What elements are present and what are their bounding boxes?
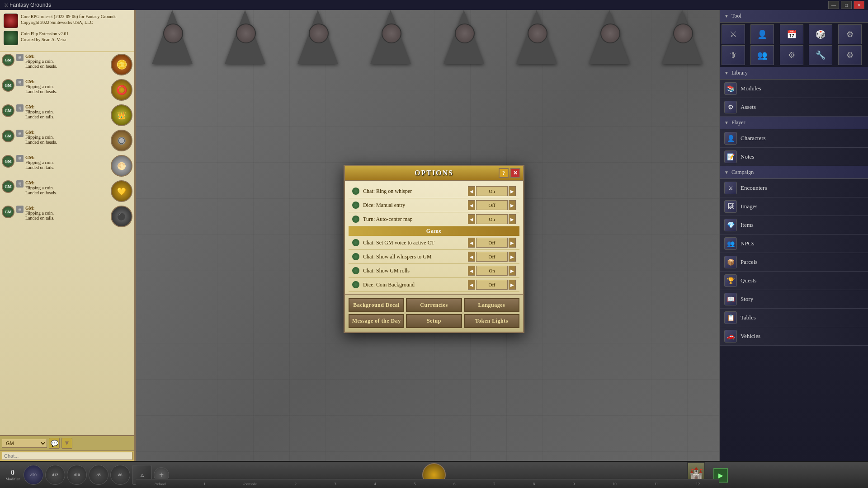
- tool-btn-people[interactable]: 👥: [750, 45, 774, 65]
- sidebar-item-modules[interactable]: 📚 Modules: [720, 80, 868, 98]
- ruler-mark-7: 7: [493, 482, 495, 486]
- msg-text-3: GM: Flipping a coin. Landed on tails.: [25, 104, 54, 119]
- chat-bubble-button[interactable]: 💬: [49, 438, 60, 449]
- quests-icon: 🏆: [724, 274, 737, 287]
- tool-btn-calendar[interactable]: 📅: [780, 24, 803, 44]
- options-close-button[interactable]: ✕: [510, 168, 520, 178]
- chat-footer: GM All 💬 ▼: [0, 435, 134, 450]
- option-label-chat-ring: Chat: Ring on whisper: [363, 188, 468, 195]
- maximize-button[interactable]: □: [841, 1, 852, 9]
- option-control-dice-manual: ◀ Off ▶: [468, 200, 516, 210]
- languages-button[interactable]: Languages: [464, 298, 519, 312]
- option-row-gm-rolls: Chat: Show GM rolls ◀ On ▶: [349, 264, 519, 278]
- coin-flip-line2: Created by Sean A. Veira: [21, 37, 69, 42]
- core-rpg-text: Core RPG ruleset (2022-09-06) for Fantas…: [21, 14, 116, 25]
- msg-line1-7: Flipping a coin.: [25, 211, 54, 216]
- option-arrow-left-gm-voice[interactable]: ◀: [468, 238, 475, 248]
- sidebar-item-tables[interactable]: 📋 Tables: [720, 309, 868, 327]
- dice-d6-button[interactable]: d6: [110, 465, 130, 485]
- sidebar-item-assets[interactable]: ⚙ Assets: [720, 98, 868, 117]
- modules-icon: 📚: [724, 82, 737, 95]
- player-section-arrow: ▼: [724, 120, 729, 125]
- avatar-5: GM: [2, 155, 14, 168]
- sidebar-item-items[interactable]: 💎 Items: [720, 216, 868, 235]
- option-row-gm-voice: Chat: Set GM voice to active CT ◀ Off ▶: [349, 236, 519, 250]
- story-label: Story: [741, 296, 753, 303]
- currencies-button[interactable]: Currencies: [406, 298, 462, 312]
- option-arrow-left-chat-ring[interactable]: ◀: [468, 186, 475, 196]
- tool-btn-person[interactable]: 👤: [750, 24, 774, 44]
- chat-panel: Core RPG ruleset (2022-09-06) for Fantas…: [0, 10, 136, 461]
- option-arrow-left-gm-rolls[interactable]: ◀: [468, 266, 475, 276]
- tool-btn-wrench[interactable]: ⚙: [838, 45, 862, 65]
- close-button[interactable]: ✕: [854, 1, 864, 9]
- sidebar-item-story[interactable]: 📖 Story: [720, 290, 868, 309]
- app-icon: ⚔: [4, 1, 9, 9]
- option-arrow-right-dice-manual[interactable]: ▶: [509, 200, 516, 210]
- tool-btn-sword[interactable]: ⚔: [722, 24, 745, 44]
- campaign-section-arrow: ▼: [724, 170, 729, 175]
- tool-btn-settings[interactable]: ⚙: [838, 24, 862, 44]
- sidebar-item-images[interactable]: 🖼 Images: [720, 197, 868, 216]
- option-arrow-right-gm-voice[interactable]: ▶: [509, 238, 516, 248]
- msg-sender-4: GM:: [25, 130, 57, 135]
- extension-row-2: Coin Flip Extension v2.01 Created by Sea…: [4, 31, 131, 45]
- message-of-day-button[interactable]: Message of the Day: [349, 314, 404, 328]
- msg-line2-4: Landed on heads.: [25, 140, 57, 145]
- modifier-value: 0: [4, 469, 22, 477]
- tool-btn-dagger[interactable]: 🗡: [722, 45, 745, 65]
- option-icon-dice-manual: [352, 202, 359, 209]
- token-lights-button[interactable]: Token Lights: [464, 314, 519, 328]
- sidebar-item-characters[interactable]: 👤 Characters: [720, 129, 868, 148]
- avatar-1: GM: [2, 54, 14, 66]
- coin-7: ⚫: [111, 206, 132, 227]
- msg-sender-2: GM:: [25, 79, 57, 84]
- sidebar-item-encounters[interactable]: ⚔ Encounters: [720, 179, 868, 197]
- msg-line1-5: Flipping a coin.: [25, 160, 54, 165]
- msg-text-1: GM: Flipping a coin. Landed on heads.: [25, 54, 57, 69]
- tool-btn-dice[interactable]: 🎲: [809, 24, 832, 44]
- chain-icon-1: ⛓: [16, 54, 24, 61]
- chat-messages: GM ⛓ GM: Flipping a coin. Landed on head…: [0, 52, 134, 435]
- sidebar-item-vehicles[interactable]: 🚗 Vehicles: [720, 327, 868, 346]
- extension-row-1: Core RPG ruleset (2022-09-06) for Fantas…: [4, 14, 131, 28]
- notes-icon: 📝: [724, 150, 737, 163]
- sidebar-item-quests[interactable]: 🏆 Quests: [720, 272, 868, 290]
- chat-message-1: GM ⛓ GM: Flipping a coin. Landed on head…: [2, 54, 132, 75]
- option-arrow-left-dice-manual[interactable]: ◀: [468, 200, 475, 210]
- minimize-button[interactable]: —: [828, 1, 839, 9]
- chat-target-selector[interactable]: GM All: [2, 439, 47, 448]
- tables-icon: 📋: [724, 311, 737, 324]
- option-arrow-left-turn-autocenter[interactable]: ◀: [468, 214, 475, 224]
- options-help-button[interactable]: ?: [499, 168, 509, 178]
- option-arrow-right-chat-ring[interactable]: ▶: [509, 186, 516, 196]
- chat-input[interactable]: [2, 452, 132, 460]
- ruler-mark-2: 2: [294, 482, 297, 486]
- game-section-label: Game: [426, 228, 442, 234]
- sidebar-item-parcels[interactable]: 📦 Parcels: [720, 253, 868, 272]
- dice-d10-button[interactable]: d10: [67, 465, 87, 485]
- assets-label: Assets: [741, 103, 756, 111]
- sidebar-item-notes[interactable]: 📝 Notes: [720, 148, 868, 166]
- dice-d12-button[interactable]: d12: [45, 465, 65, 485]
- option-arrow-right-coin-bg[interactable]: ▶: [509, 280, 516, 290]
- tool-btn-cog[interactable]: 🔧: [809, 45, 832, 65]
- option-arrow-right-turn-autocenter[interactable]: ▶: [509, 214, 516, 224]
- options-footer-row1: Background Decal Currencies Languages: [349, 298, 519, 312]
- tool-btn-gear[interactable]: ⚙: [780, 45, 803, 65]
- sidebar-item-npcs[interactable]: 👥 NPCs: [720, 235, 868, 253]
- setup-button[interactable]: Setup: [406, 314, 462, 328]
- ruler-mark-11: 11: [654, 482, 658, 486]
- option-label-coin-bg: Dice: Coin Background: [363, 282, 468, 288]
- option-arrow-right-whispers-gm[interactable]: ▶: [509, 252, 516, 262]
- dice-d20-button[interactable]: d20: [24, 465, 43, 485]
- msg-line1-6: Flipping a coin.: [25, 185, 57, 190]
- option-arrow-left-whispers-gm[interactable]: ◀: [468, 252, 475, 262]
- option-arrow-left-coin-bg[interactable]: ◀: [468, 280, 475, 290]
- dice-d8-button[interactable]: d8: [89, 465, 108, 485]
- npcs-icon: 👥: [724, 237, 737, 250]
- chat-expand-button[interactable]: ▼: [61, 438, 72, 449]
- option-arrow-right-gm-rolls[interactable]: ▶: [509, 266, 516, 276]
- option-control-gm-rolls: ◀ On ▶: [468, 266, 516, 276]
- background-decal-button[interactable]: Background Decal: [349, 298, 404, 312]
